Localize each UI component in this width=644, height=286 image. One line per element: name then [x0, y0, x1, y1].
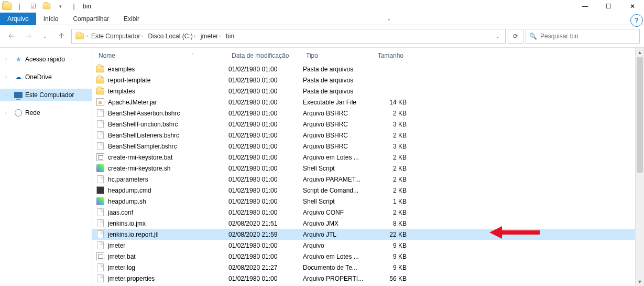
address-dropdown-icon[interactable]: ⌄	[493, 34, 503, 39]
file-size: 9 KB	[366, 264, 407, 271]
file-date: 01/02/1980 01:00	[228, 165, 303, 172]
file-size: 9 KB	[366, 253, 407, 260]
crumb-pc[interactable]: Este Computador›	[89, 33, 145, 40]
file-row[interactable]: ♨ApacheJMeter.jar01/02/1980 01:00Executa…	[92, 97, 644, 108]
up-button[interactable]: 🡡	[54, 29, 69, 44]
star-icon: ★	[14, 55, 23, 63]
file-row[interactable]: templates01/02/1980 01:00Pasta de arquiv…	[92, 86, 644, 97]
file-date: 01/02/1980 01:00	[228, 132, 303, 139]
nav-pc-label: Este Computador	[25, 91, 74, 99]
forward-button[interactable]: 🡢	[21, 29, 36, 44]
file-icon	[95, 131, 105, 140]
chevron-right-icon[interactable]: ›	[86, 34, 88, 39]
file-date: 01/02/1980 01:00	[228, 209, 303, 216]
file-name: jmeter	[108, 242, 125, 249]
file-row[interactable]: jenkins.io.report.jtl02/08/2020 21:59Arq…	[92, 229, 644, 240]
tab-home[interactable]: Início	[36, 13, 66, 25]
file-row[interactable]: BeanShellSampler.bshrc01/02/1980 01:00Ar…	[92, 141, 644, 152]
file-row[interactable]: jmeter.log02/08/2020 21:27Documento de T…	[92, 262, 644, 273]
tab-view[interactable]: Exibir	[116, 13, 147, 25]
maximize-button[interactable]: ☐	[597, 0, 620, 13]
file-name: BeanShellAssertion.bshrc	[108, 110, 180, 117]
file-name: create-rmi-keystore.bat	[108, 154, 172, 161]
file-icon	[95, 230, 105, 239]
file-type: Script de Comand...	[303, 187, 366, 194]
file-row[interactable]: jmeter.bat01/02/1980 01:00Arquivo em Lot…	[92, 251, 644, 262]
column-type[interactable]: Tipo	[303, 52, 366, 59]
jar-icon: ♨	[95, 98, 105, 107]
file-icon	[95, 175, 105, 184]
file-row[interactable]: create-rmi-keystore.sh01/02/1980 01:00Sh…	[92, 163, 644, 174]
file-icon	[95, 142, 105, 151]
file-row[interactable]: BeanShellAssertion.bshrc01/02/1980 01:00…	[92, 108, 644, 119]
close-button[interactable]: ✕	[620, 0, 644, 13]
ribbon-expand-icon[interactable]: ⌄	[383, 16, 395, 22]
nav-onedrive[interactable]: › ☁ OneDrive	[0, 71, 92, 83]
tab-share[interactable]: Compartilhar	[66, 13, 116, 25]
file-row[interactable]: jmeter01/02/1980 01:00Arquivo9 KB	[92, 240, 644, 251]
caret-right-icon: ›	[5, 92, 12, 98]
crumb-jmeter[interactable]: jmeter›	[199, 33, 223, 40]
file-row[interactable]: report-template01/02/1980 01:00Pasta de …	[92, 75, 644, 86]
back-button[interactable]: 🡠	[4, 29, 19, 44]
column-size[interactable]: Tamanho	[366, 52, 407, 59]
monitor-icon	[14, 91, 23, 99]
file-date: 01/02/1980 01:00	[228, 121, 303, 128]
qat-caret-icon[interactable]: ▾	[54, 1, 66, 12]
file-size: 2 KB	[366, 209, 407, 216]
address-bar[interactable]: › Este Computador› Disco Local (C:)› jme…	[71, 29, 506, 44]
file-name: jmeter.log	[108, 264, 135, 271]
folder-icon	[95, 65, 105, 73]
crumb-bin[interactable]: bin	[224, 33, 236, 40]
navigation-pane: › ★ Acesso rápido › ☁ OneDrive › Este Co…	[0, 48, 92, 286]
file-size: 8 KB	[366, 220, 407, 227]
file-row[interactable]: BeanShellListeners.bshrc01/02/1980 01:00…	[92, 130, 644, 141]
nav-quick-label: Acesso rápido	[25, 56, 65, 63]
file-row[interactable]: heapdump.cmd01/02/1980 01:00Script de Co…	[92, 185, 644, 196]
cmd-icon	[95, 186, 105, 195]
file-row[interactable]: BeanShellFunction.bshrc01/02/1980 01:00A…	[92, 119, 644, 130]
search-input[interactable]	[540, 33, 636, 40]
file-row[interactable]: jenkins.io.jmx02/08/2020 21:51Arquivo JM…	[92, 218, 644, 229]
file-icon	[95, 109, 105, 118]
qat-separator2: |	[68, 1, 80, 12]
help-icon[interactable]: ?	[630, 14, 643, 27]
nav-network[interactable]: › Rede	[0, 107, 92, 119]
window-title: bin	[80, 3, 91, 10]
file-size: 22 KB	[366, 231, 407, 238]
nav-quick-access[interactable]: › ★ Acesso rápido	[0, 53, 92, 66]
tab-file[interactable]: Arquivo	[0, 13, 36, 25]
file-row[interactable]: hc.parameters01/02/1980 01:00Arquivo PAR…	[92, 174, 644, 185]
qat-properties-icon[interactable]: ☑	[27, 1, 39, 12]
scroll-thumb[interactable]	[637, 57, 643, 173]
file-type: Pasta de arquivos	[303, 77, 366, 84]
qat-dropdown-icon[interactable]	[41, 1, 52, 12]
folder-icon	[95, 87, 105, 96]
recent-dropdown-icon[interactable]: ⌄	[38, 29, 52, 44]
file-type: Arquivo BSHRC	[303, 143, 366, 150]
vertical-scrollbar[interactable]: ▲ ▼	[635, 48, 644, 286]
search-box[interactable]: 🔍	[526, 29, 640, 44]
file-size: 3 KB	[366, 143, 407, 150]
file-row[interactable]: create-rmi-keystore.bat01/02/1980 01:00A…	[92, 152, 644, 163]
refresh-button[interactable]: ⟳	[508, 29, 523, 44]
column-date[interactable]: Data de modificação	[228, 52, 303, 59]
file-icon	[95, 120, 105, 129]
file-type: Arquivo em Lotes ...	[303, 154, 366, 161]
cloud-icon: ☁	[14, 73, 23, 81]
folder-icon	[95, 76, 105, 84]
file-date: 01/02/1980 01:00	[228, 143, 303, 150]
nav-this-pc[interactable]: › Este Computador	[0, 89, 92, 101]
crumb-drive[interactable]: Disco Local (C:)›	[146, 33, 197, 40]
file-size: 14 KB	[366, 99, 407, 106]
file-date: 01/02/1980 01:00	[228, 154, 303, 161]
minimize-button[interactable]: —	[573, 0, 597, 13]
scroll-down-icon[interactable]: ▼	[636, 277, 644, 286]
file-row[interactable]: jmeter.properties01/02/1980 01:00Arquivo…	[92, 273, 644, 284]
column-name[interactable]: Nome˄	[95, 52, 228, 59]
file-row[interactable]: jaas.conf01/02/1980 01:00Arquivo CONF2 K…	[92, 207, 644, 218]
file-row[interactable]: heapdump.sh01/02/1980 01:00Shell Script1…	[92, 196, 644, 207]
file-size: 1 KB	[366, 198, 407, 205]
file-row[interactable]: examples01/02/1980 01:00Pasta de arquivo…	[92, 63, 644, 75]
scroll-up-icon[interactable]: ▲	[636, 48, 644, 57]
